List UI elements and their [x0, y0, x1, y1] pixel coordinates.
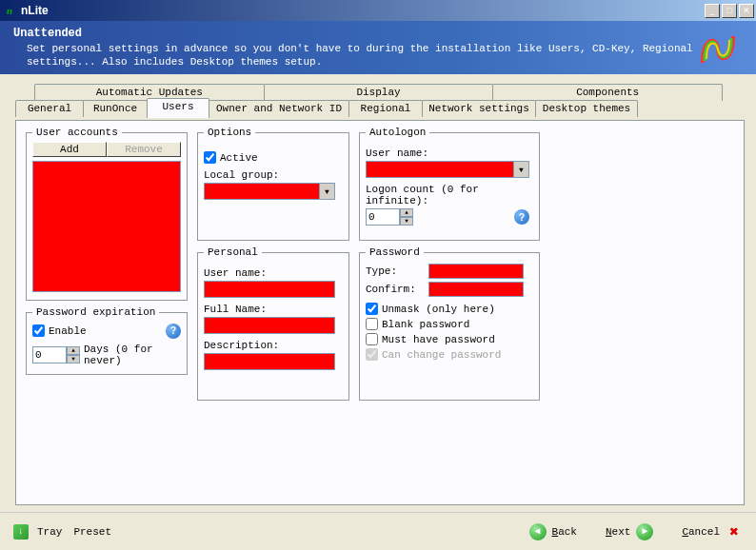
tray-button[interactable]: ↓ Tray	[13, 524, 62, 540]
options-group: Options Active Local group: ▼	[197, 127, 349, 241]
logon-count-spinner[interactable]: ▲▼	[366, 208, 413, 226]
blank-password-checkbox[interactable]: Blank password	[366, 318, 533, 330]
page-header: Unattended Set personal settings in adva…	[0, 21, 756, 74]
chevron-down-icon[interactable]: ▼	[513, 162, 528, 177]
username-label: User name:	[204, 267, 343, 279]
tab-regional[interactable]: Regional	[348, 100, 423, 117]
content-area: Automatic Updates Display Components Gen…	[0, 74, 756, 505]
cancel-button[interactable]: Cancel ✖	[682, 523, 743, 540]
close-button[interactable]: ✕	[739, 4, 754, 18]
tab-desktop-themes[interactable]: Desktop themes	[535, 100, 638, 117]
autologon-username-value	[367, 162, 513, 177]
next-label: ext	[612, 526, 631, 538]
tab-row-front: General RunOnce Users Owner and Network …	[15, 100, 741, 118]
password-expiration-legend: Password expiration	[32, 306, 159, 318]
autologon-username-label: User name:	[366, 147, 533, 159]
must-have-password-checkbox[interactable]: Must have password	[366, 333, 533, 345]
personal-group: Personal User name: Full Name: Descripti…	[197, 246, 349, 401]
days-label: Days (0 for never)	[84, 344, 181, 366]
type-label: Type:	[366, 265, 423, 277]
options-legend: Options	[204, 127, 255, 138]
autologon-group: Autologon User name: ▼ Logon count (0 fo…	[359, 127, 540, 241]
maximize-button[interactable]: □	[722, 4, 737, 18]
must-have-password-input[interactable]	[366, 333, 378, 345]
titlebar: n nLite _ □ ✕	[0, 0, 756, 21]
tab-runonce[interactable]: RunOnce	[83, 100, 148, 117]
active-checkbox[interactable]: Active	[204, 151, 343, 164]
local-group-combo[interactable]: ▼	[204, 183, 335, 200]
user-list[interactable]	[32, 161, 181, 292]
password-expiration-group: Password expiration Enable ? ▲▼ D	[26, 306, 188, 375]
help-icon[interactable]: ?	[166, 324, 181, 339]
tray-icon: ↓	[13, 524, 29, 540]
local-group-label: Local group:	[204, 169, 343, 181]
tab-row-back: Automatic Updates Display Components	[34, 84, 722, 101]
tab-display[interactable]: Display	[264, 84, 494, 101]
preset-button[interactable]: Preset	[73, 526, 111, 538]
enable-expiration-input[interactable]	[32, 324, 45, 337]
unmask-checkbox[interactable]: Unmask (only here)	[366, 303, 533, 315]
description-label: Description:	[204, 340, 343, 351]
fullname-label: Full Name:	[204, 304, 343, 315]
logon-count-label: Logon count (0 for infinite):	[366, 184, 533, 206]
can-change-password-checkbox: Can change password	[366, 348, 533, 361]
chevron-down-icon[interactable]: ▼	[319, 184, 334, 199]
spin-up-icon[interactable]: ▲	[400, 208, 413, 217]
spin-down-icon[interactable]: ▼	[67, 355, 80, 363]
remove-button[interactable]: Remove	[107, 142, 181, 157]
tab-general[interactable]: General	[15, 100, 84, 117]
unmask-input[interactable]	[366, 303, 378, 315]
spin-down-icon[interactable]: ▼	[400, 217, 413, 226]
confirm-label: Confirm:	[366, 284, 423, 295]
nlite-logo-icon	[697, 27, 739, 69]
password-group: Password Type: Confirm: Unmask (only her…	[359, 246, 540, 401]
tab-components[interactable]: Components	[492, 84, 723, 101]
header-title: Unattended	[13, 27, 743, 40]
local-group-value	[205, 184, 319, 199]
blank-password-input[interactable]	[366, 318, 378, 330]
autologon-legend: Autologon	[366, 127, 429, 138]
tab-strip: Automatic Updates Display Components Gen…	[11, 84, 745, 120]
users-panel: User accounts Add Remove Password expira…	[15, 120, 745, 505]
next-button[interactable]: Next ►	[606, 523, 653, 540]
footer: ↓ Tray Preset ◄ Back Next ► Cancel ✖	[0, 512, 756, 550]
password-type-input[interactable]	[428, 264, 524, 279]
autologon-username-combo[interactable]: ▼	[366, 161, 529, 178]
minimize-button[interactable]: _	[705, 4, 720, 18]
password-confirm-input[interactable]	[428, 282, 524, 297]
password-legend: Password	[366, 246, 424, 258]
window-title: nLite	[21, 4, 703, 17]
tab-users[interactable]: Users	[147, 98, 209, 118]
tab-owner-network-id[interactable]: Owner and Network ID	[209, 100, 349, 117]
arrow-left-icon: ◄	[529, 523, 547, 540]
enable-expiration-checkbox[interactable]: Enable	[32, 324, 87, 337]
can-change-password-input	[366, 348, 378, 361]
add-button[interactable]: Add	[32, 142, 107, 157]
cancel-label: ancel	[688, 526, 720, 538]
username-input[interactable]	[204, 281, 335, 298]
close-icon: ✖	[726, 523, 743, 540]
user-accounts-legend: User accounts	[32, 127, 122, 138]
help-icon[interactable]: ?	[514, 209, 529, 225]
days-spinner[interactable]: ▲▼	[32, 346, 80, 363]
days-input[interactable]	[32, 346, 67, 363]
arrow-right-icon: ►	[636, 523, 653, 540]
header-description: Set personal settings in advance so you …	[27, 42, 743, 69]
app-icon: n	[2, 3, 17, 18]
user-accounts-group: User accounts Add Remove	[26, 127, 188, 301]
fullname-input[interactable]	[204, 317, 335, 334]
spin-up-icon[interactable]: ▲	[67, 346, 80, 355]
tab-network-settings[interactable]: Network settings	[422, 100, 536, 117]
description-input[interactable]	[204, 353, 335, 370]
back-button[interactable]: ◄ Back	[529, 523, 577, 540]
active-input[interactable]	[204, 151, 216, 164]
back-label: ack	[558, 526, 577, 538]
personal-legend: Personal	[204, 246, 262, 258]
logon-count-input[interactable]	[366, 208, 400, 226]
